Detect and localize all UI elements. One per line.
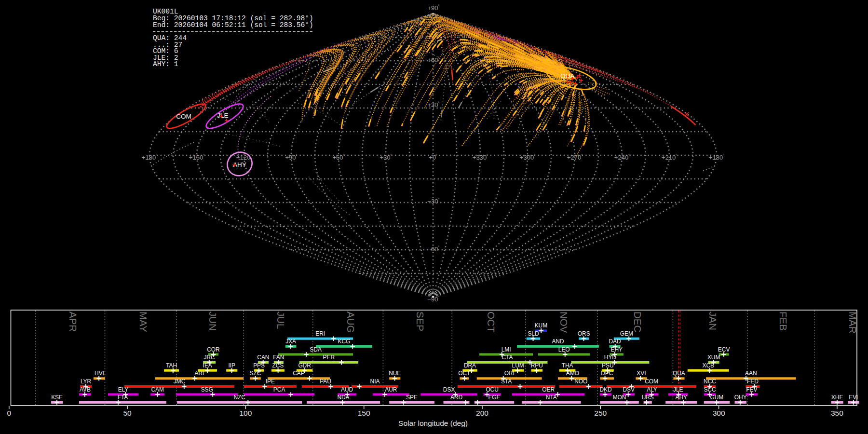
svg-text:IPE: IPE — [266, 378, 275, 385]
svg-text:−60˚: −60˚ — [427, 245, 439, 253]
svg-text:FEB: FEB — [778, 312, 789, 331]
svg-text:+120˚: +120˚ — [236, 154, 252, 161]
svg-text:NOV: NOV — [558, 312, 570, 333]
svg-text:HYD: HYD — [604, 354, 617, 361]
svg-text:ORS: ORS — [578, 330, 590, 337]
svg-text:+240˚: +240˚ — [614, 154, 630, 161]
svg-text:300: 300 — [713, 409, 725, 417]
svg-text:CAP: CAP — [293, 370, 305, 377]
svg-text:ALY: ALY — [647, 386, 657, 393]
svg-text:PSU: PSU — [602, 362, 613, 369]
svg-text:FED: FED — [747, 378, 759, 385]
svg-text:+270˚: +270˚ — [567, 154, 583, 161]
svg-text:PPS: PPS — [253, 362, 265, 369]
svg-text:NZC: NZC — [233, 394, 245, 401]
svg-text:NTA: NTA — [546, 394, 557, 401]
svg-text:QUA: QUA — [673, 370, 685, 377]
svg-text:NIA: NIA — [370, 378, 380, 385]
svg-text:EGE: EGE — [488, 394, 500, 401]
svg-text:0: 0 — [7, 409, 11, 417]
svg-text:−30˚: −30˚ — [427, 198, 439, 205]
svg-text:+300˚: +300˚ — [520, 154, 535, 161]
svg-text:JLE: JLE — [217, 112, 228, 119]
svg-text:SEP: SEP — [415, 312, 426, 331]
svg-text:JLE: JLE — [673, 386, 683, 393]
svg-text:LUM: LUM — [512, 362, 524, 369]
svg-text:+150˚: +150˚ — [189, 154, 204, 161]
svg-text:JRC: JRC — [204, 354, 216, 361]
svg-text:DSV: DSV — [623, 386, 635, 393]
svg-text:XVI: XVI — [637, 370, 646, 377]
svg-text:AAN: AAN — [745, 370, 757, 377]
svg-text:COM: COM — [645, 378, 658, 385]
svg-text:250: 250 — [594, 409, 607, 417]
svg-text:JUL: JUL — [275, 312, 286, 329]
svg-text:STA: STA — [501, 378, 512, 385]
svg-text:DKD: DKD — [600, 386, 612, 393]
svg-text:JAN: JAN — [707, 312, 719, 330]
svg-text:GUM: GUM — [710, 394, 724, 401]
svg-text:CAN: CAN — [257, 354, 269, 361]
svg-text:DPC: DPC — [601, 370, 613, 377]
svg-text:−90˚: −90˚ — [427, 296, 439, 303]
svg-text:XUM: XUM — [707, 354, 720, 361]
svg-text:OCT: OCT — [458, 370, 470, 377]
svg-text:IEA: IEA — [203, 362, 212, 369]
svg-text:PCA: PCA — [273, 386, 285, 393]
svg-text:GDR: GDR — [298, 362, 311, 369]
svg-text:+60˚: +60˚ — [332, 154, 344, 161]
svg-text:ARD: ARD — [450, 394, 463, 401]
svg-text:AMO: AMO — [566, 370, 579, 377]
svg-text:JXA: JXA — [285, 338, 296, 345]
svg-text:+30˚: +30˚ — [427, 101, 439, 108]
svg-text:KCG: KCG — [338, 338, 351, 345]
svg-text:NCC: NCC — [704, 378, 716, 385]
svg-text:+210˚: +210˚ — [662, 154, 677, 161]
svg-text:XHE: XHE — [831, 394, 843, 401]
svg-text:SCC: SCC — [704, 386, 716, 393]
svg-text:CAM: CAM — [151, 386, 163, 393]
svg-text:+180˚: +180˚ — [142, 154, 157, 161]
svg-text:ECV: ECV — [718, 346, 730, 353]
svg-text:OHY: OHY — [734, 394, 747, 401]
svg-text:NUE: NUE — [389, 370, 401, 377]
svg-text:JMC: JMC — [174, 378, 186, 385]
svg-text:DEC: DEC — [632, 312, 643, 332]
svg-text:KSE: KSE — [51, 394, 63, 401]
svg-text:HVI: HVI — [95, 370, 104, 377]
svg-text:URS: URS — [642, 394, 654, 401]
svg-text:100: 100 — [239, 409, 252, 417]
svg-text:DRA: DRA — [464, 362, 476, 369]
svg-text:150: 150 — [358, 409, 370, 417]
svg-text:APR: APR — [68, 312, 79, 332]
svg-text:AND: AND — [552, 338, 564, 345]
svg-text:DAD: DAD — [609, 338, 621, 345]
svg-text:LYR: LYR — [81, 378, 92, 385]
svg-text:ERI: ERI — [315, 330, 325, 337]
svg-text:AUR: AUR — [385, 386, 397, 393]
svg-text:COM: COM — [176, 113, 191, 120]
svg-text:Solar longitude (deg): Solar longitude (deg) — [398, 419, 468, 427]
svg-text:RPU: RPU — [531, 362, 543, 369]
svg-text:AVB: AVB — [80, 386, 91, 393]
svg-text:CTA: CTA — [502, 354, 513, 361]
svg-text:FEV: FEV — [746, 386, 757, 393]
svg-text:EHY: EHY — [610, 346, 623, 353]
svg-text:End: 20260104 06:52:11 (sol =: End: 20260104 06:52:11 (sol = 283.56°) — [153, 21, 313, 29]
svg-text:AUG: AUG — [345, 312, 356, 333]
svg-text:ELY: ELY — [118, 386, 129, 393]
svg-text:+90˚: +90˚ — [427, 4, 439, 12]
svg-text:FTA: FTA — [118, 394, 128, 401]
svg-text:PER: PER — [323, 354, 335, 361]
svg-text:ZCS: ZCS — [272, 362, 284, 369]
svg-text:SSG: SSG — [201, 386, 213, 393]
svg-text:200: 200 — [476, 409, 488, 417]
svg-text:OCU: OCU — [486, 386, 498, 393]
svg-text:COR: COR — [207, 346, 220, 353]
svg-text:SZC: SZC — [250, 370, 261, 377]
svg-text:DSX: DSX — [443, 386, 455, 393]
svg-text:QUA: QUA — [560, 72, 574, 80]
svg-text:350: 350 — [831, 409, 843, 417]
svg-text:OCT: OCT — [486, 312, 497, 333]
svg-text:MON: MON — [613, 394, 626, 401]
